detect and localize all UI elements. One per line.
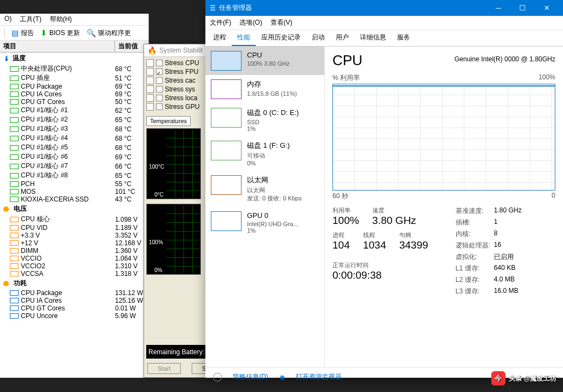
checkbox[interactable] [156,68,163,75]
sensor-row[interactable]: CPU #1/核心 #368 °C [0,124,148,134]
sensor-row[interactable]: CPU Uncore5.96 W [0,312,148,320]
cpu-graph[interactable] [332,84,555,191]
driver-update-button[interactable]: 🔍驱动程序更 [87,28,131,38]
tab-3[interactable]: 启动 [306,30,330,46]
header-item[interactable]: 项目 [0,41,115,52]
stat: 句柄34399 [399,231,428,251]
close-button[interactable]: ✕ [535,4,559,12]
sensor-row[interactable]: CPU Package131.12 W [0,289,148,297]
perf-item-cpu[interactable]: CPU100% 3.80 GHz [205,47,324,75]
perf-item-gpu[interactable]: GPU 0Intel(R) UHD Gra...1% [205,207,324,238]
spec-row: 内核:8 [456,229,522,239]
sensor-row[interactable]: VCCIO21.310 V [0,262,148,270]
menu-tools[interactable]: 工具(T) [20,15,41,24]
sensor-row[interactable]: CPU #1/核心 #162 °C [0,106,148,115]
uptime-label: 正常运行时间 [332,261,428,269]
sensor-row[interactable]: CPU #1/核心 #669 °C [0,152,148,162]
perf-thumb [211,108,242,128]
report-button[interactable]: ▤报告 [12,28,34,38]
perf-item-disk[interactable]: 磁盘 1 (F: G:)可移动0% [205,136,324,171]
stress-option[interactable]: Stress CPU [146,59,201,67]
minimize-button[interactable]: ─ [486,4,510,12]
sensor-icon [10,154,19,160]
brief-info-link[interactable]: 简略信息(D) [233,372,268,382]
stat: 进程104 [332,231,350,251]
stress-icon [146,77,154,84]
sensor-icon [10,84,19,89]
menu-help[interactable]: 帮助(H) [50,15,72,24]
perf-item-disk[interactable]: 磁盘 0 (C: D: E:)SSD1% [205,103,324,136]
stress-option[interactable]: Stress cac [146,77,201,84]
perf-item-mem[interactable]: 内存1.8/15.8 GB (11%) [205,75,324,103]
sensor-row[interactable]: CPU VID1.189 V [0,224,148,232]
checkbox[interactable] [156,77,163,84]
sensor-icon [10,91,19,97]
temperatures-tab[interactable]: Temperatures [146,116,191,126]
sensor-row[interactable]: KIOXIA-EXCERIA SSD43 °C [0,195,148,203]
stress-option[interactable]: Stress GPU [146,103,201,111]
checkbox[interactable] [156,86,163,93]
sensor-row[interactable]: CPU #1/核心 #468 °C [0,134,148,143]
aida-sensor-list[interactable]: 🌡温度 中央处理器(CPU)68 °CCPU 插座51 °CCPU Packag… [0,53,148,381]
bios-update-button[interactable]: ⬇BIOS 更新 [41,28,80,38]
menu-file[interactable]: 文件(F) [210,18,231,27]
stress-option[interactable]: Stress loca [146,94,201,102]
sensor-icon [10,305,19,311]
aida-menubar[interactable]: O) 工具(T) 帮助(H) [0,14,148,26]
aida-window: O) 工具(T) 帮助(H) ▤报告 ⬇BIOS 更新 🔍驱动程序更 项目 当前… [0,14,149,378]
tm-menubar[interactable]: 文件(F) 选项(O) 查看(V) [205,16,563,30]
sensor-row[interactable]: +3.3 V3.352 V [0,232,148,239]
tab-0[interactable]: 进程 [208,30,232,46]
perf-item-eth[interactable]: 以太网以太网发送: 0 接收: 0 Kbps [205,171,324,207]
sensor-icon [10,225,19,230]
sensor-row[interactable]: MOS101 °C [0,188,148,195]
stress-option[interactable]: Stress sys [146,85,201,93]
stat: 速度3.80 GHz [372,206,416,227]
sensor-row[interactable]: CPU 插座51 °C [0,73,148,83]
start-button[interactable]: Start [147,363,181,374]
tab-1[interactable]: 性能 [232,30,256,46]
tab-5[interactable]: 详细信息 [354,30,392,46]
sensor-row[interactable]: PCH55 °C [0,180,148,188]
maximize-button[interactable]: ☐ [510,4,535,12]
sensor-row[interactable]: VCCIO1.064 V [0,255,148,262]
tm-tabs[interactable]: 进程性能应用历史记录启动用户详细信息服务 [205,30,563,47]
sensor-row[interactable]: CPU #1/核心 #766 °C [0,162,148,171]
sensor-row[interactable]: CPU 核心1.098 V [0,215,148,224]
spec-row: L3 缓存:16.0 MB [456,287,522,296]
sensor-row[interactable]: CPU IA Cores125.16 W [0,297,148,304]
stress-option[interactable]: Stress FPU [146,68,201,76]
sensor-icon [10,298,19,303]
tab-2[interactable]: 应用历史记录 [256,30,306,46]
chevron-down-icon[interactable]: ⌄ [213,373,222,382]
sensor-row[interactable]: CPU #1/核心 #865 °C [0,171,148,180]
menu-o[interactable]: O) [4,15,12,24]
sensor-row[interactable]: DIMM1.360 V [0,247,148,255]
sensor-row[interactable]: CPU IA Cores69 °C [0,90,148,98]
performance-sidebar[interactable]: CPU100% 3.80 GHz内存1.8/15.8 GB (11%)磁盘 0 … [205,47,325,367]
sensor-row[interactable]: CPU Package69 °C [0,83,148,90]
sensor-row[interactable]: +12 V12.168 V [0,239,148,247]
tab-4[interactable]: 用户 [330,30,354,46]
uptime-value: 0:00:09:38 [332,269,428,281]
menu-options[interactable]: 选项(O) [239,18,262,27]
checkbox[interactable] [156,103,163,110]
checkbox[interactable] [156,95,163,101]
sensor-row[interactable]: CPU GT Cores50 °C [0,98,148,106]
sensor-row[interactable]: CPU GT Cores0.01 W [0,304,148,312]
sensor-row[interactable]: CPU #1/核心 #568 °C [0,143,148,152]
resource-monitor-link[interactable]: 打开资源监视器 [296,372,342,382]
cpu-model: Genuine Intel(R) 0000 @ 1.80GHz [455,55,555,63]
sensor-row[interactable]: 中央处理器(CPU)68 °C [0,64,148,73]
sensor-icon [10,313,19,319]
menu-view[interactable]: 查看(V) [271,18,292,27]
sensor-row[interactable]: VCCSA1.318 V [0,270,148,278]
tm-titlebar[interactable]: ☰ 任务管理器 ─ ☐ ✕ [205,0,563,16]
sensor-icon [10,145,19,151]
usage-graph: 100% 0% [146,204,201,275]
group-power: 功耗 [0,278,148,289]
tab-6[interactable]: 服务 [392,30,416,46]
sensor-row[interactable]: CPU #1/核心 #265 °C [0,115,148,124]
sensor-icon [10,197,19,202]
checkbox[interactable] [156,60,163,66]
